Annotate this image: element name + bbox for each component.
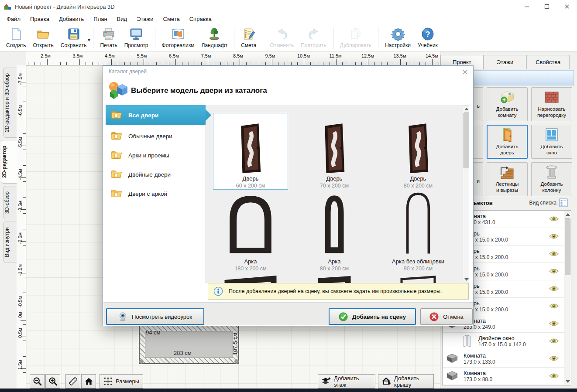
- category-item[interactable]: Арки и проемы: [106, 147, 205, 164]
- scroll-down-icon[interactable]: [565, 379, 570, 384]
- close-button[interactable]: [557, 0, 577, 13]
- toolbar-button[interactable]: Повторить: [297, 26, 330, 50]
- add-room-icon: [499, 90, 515, 105]
- zoom-in-button[interactable]: [45, 374, 60, 389]
- visibility-eye-icon[interactable]: [549, 268, 559, 275]
- list-view-icon[interactable]: [559, 198, 568, 207]
- catalog-item[interactable]: [297, 274, 372, 283]
- ruler-tick: [21, 241, 26, 242]
- tool-button[interactable]: Нарисовать перегородку: [531, 87, 572, 121]
- ruler-tick: [34, 62, 35, 65]
- catalog-item[interactable]: Арка 80 x 200 см: [297, 191, 372, 273]
- view-tab[interactable]: Вид изнутри: [3, 222, 17, 263]
- object-row[interactable]: Комната 173.0 x 88.0: [443, 368, 571, 385]
- visibility-eye-icon[interactable]: [549, 373, 559, 379]
- add-floor-button[interactable]: Добавить этаж: [318, 374, 375, 389]
- catalog-item[interactable]: Дверь 70 x 200 см: [297, 113, 372, 190]
- tool-button[interactable]: Добавить комнату: [487, 87, 528, 121]
- toolbar-button[interactable]: Настройки: [381, 26, 414, 50]
- category-item[interactable]: Двери с аркой: [106, 185, 205, 202]
- toolbar-button[interactable]: ? Учебник: [414, 26, 441, 50]
- minimize-button[interactable]: [517, 0, 537, 13]
- toolbar-button[interactable]: Печать: [96, 26, 120, 50]
- maximize-button[interactable]: [537, 0, 557, 13]
- object-row[interactable]: Комната 173.0 x 133.0: [443, 350, 571, 368]
- ruler-tick: [23, 261, 26, 261]
- panel-tab[interactable]: Свойства: [526, 55, 570, 69]
- objects-scrollbar[interactable]: [564, 211, 571, 385]
- view-tab[interactable]: 2D-редактор: [1, 140, 17, 184]
- ruler-tick: [28, 62, 28, 65]
- category-item[interactable]: Все двери: [106, 105, 206, 125]
- toolbar-button-label: Отменить: [270, 42, 294, 48]
- scroll-up-icon[interactable]: [565, 212, 570, 217]
- ruler-tick: [406, 62, 407, 65]
- toolbar-button[interactable]: Фотореализм: [158, 26, 198, 50]
- tool-button[interactable]: Добавить колонну: [531, 162, 572, 196]
- object-name: Комната: [464, 352, 495, 359]
- dropdown-arrow-icon[interactable]: [87, 39, 91, 41]
- object-row[interactable]: Двойное окно 147.0 x 15.0 x 142.0: [443, 333, 571, 350]
- add-to-scene-button[interactable]: Добавить на сцену: [329, 308, 416, 325]
- sizes-button[interactable]: Размеры: [100, 374, 143, 389]
- visibility-eye-icon[interactable]: [549, 303, 559, 310]
- ruler-tick: [23, 372, 26, 373]
- toolbar-button[interactable]: Сохранить: [57, 26, 90, 50]
- catalog-item[interactable]: [381, 274, 456, 283]
- menu-item[interactable]: Файл: [2, 14, 25, 24]
- view-tab[interactable]: 2D-редактор и 3D-обзор: [3, 68, 17, 138]
- menu-item[interactable]: Вид: [112, 14, 132, 24]
- menu-item[interactable]: Правка: [25, 14, 54, 24]
- room-dim-top: 94 см: [146, 329, 161, 336]
- toolbar-button[interactable]: Дублировать: [337, 26, 375, 50]
- visibility-eye-icon[interactable]: [549, 286, 559, 292]
- category-item[interactable]: Двойные двери: [106, 166, 205, 183]
- scrollbar-thumb[interactable]: [464, 112, 469, 168]
- visibility-eye-icon[interactable]: [549, 320, 559, 327]
- home-button[interactable]: [81, 374, 96, 389]
- tool-button[interactable]: Добавить дверь: [487, 125, 528, 159]
- menu-item[interactable]: Этажи: [132, 14, 158, 24]
- toolbar-button[interactable]: Смета: [237, 26, 260, 50]
- visibility-eye-icon[interactable]: [549, 338, 559, 344]
- scrollbar-thumb[interactable]: [565, 218, 570, 275]
- tool-button[interactable]: Добавить окно: [531, 125, 572, 159]
- catalog-item[interactable]: Арка 180 x 200 см: [213, 191, 288, 273]
- zoom-out-button[interactable]: [30, 374, 45, 389]
- watch-tutorial-button[interactable]: Посмотреть видеоурок: [106, 308, 204, 325]
- wall-node[interactable]: [234, 359, 239, 364]
- cancel-button[interactable]: Отмена: [420, 308, 473, 325]
- visibility-eye-icon[interactable]: [549, 216, 559, 222]
- tool-button[interactable]: Лестницы и вырезы: [487, 162, 528, 196]
- menu-item[interactable]: План: [89, 14, 112, 24]
- scroll-down-icon[interactable]: [464, 277, 469, 282]
- floor-plan-room[interactable]: 94 см 283 см 107,5 см: [139, 325, 239, 364]
- menu-item[interactable]: Справка: [185, 14, 216, 24]
- wall-node[interactable]: [139, 359, 144, 364]
- view-tab[interactable]: 3D-обзор: [3, 186, 17, 219]
- visibility-eye-icon[interactable]: [549, 233, 559, 240]
- catalog-scrollbar[interactable]: [463, 105, 469, 283]
- toolbar-button[interactable]: Просмотр: [121, 26, 152, 50]
- menu-item[interactable]: Смета: [158, 14, 185, 24]
- toolbar-button[interactable]: Отменить: [266, 26, 297, 50]
- toolbar-button[interactable]: Ландшафт: [198, 26, 231, 50]
- visibility-eye-icon[interactable]: [549, 251, 559, 257]
- catalog-item[interactable]: Арка без облицовки 90 x 200 см: [381, 191, 456, 273]
- catalog-item[interactable]: Дверь 80 x 200 см: [381, 113, 456, 190]
- panel-tab[interactable]: Этажи: [484, 55, 527, 69]
- catalog-item[interactable]: [213, 274, 288, 283]
- add-roof-button[interactable]: Добавить крышу: [378, 374, 434, 389]
- dialog-close-button[interactable]: [461, 68, 469, 76]
- toolbar-button[interactable]: Открыть: [30, 26, 57, 50]
- sizes-label: Размеры: [116, 378, 139, 385]
- visibility-eye-icon[interactable]: [549, 355, 559, 362]
- catalog-item[interactable]: Дверь 60 x 200 см: [213, 113, 288, 190]
- menu-item[interactable]: Добавить: [54, 14, 89, 24]
- ruler-tick: [374, 62, 375, 65]
- measure-button[interactable]: [65, 374, 80, 389]
- toolbar-button[interactable]: Создать: [3, 26, 30, 50]
- scroll-up-icon[interactable]: [464, 106, 469, 111]
- ruler-label: 6.5м: [169, 53, 179, 58]
- category-item[interactable]: Обычные двери: [106, 128, 205, 144]
